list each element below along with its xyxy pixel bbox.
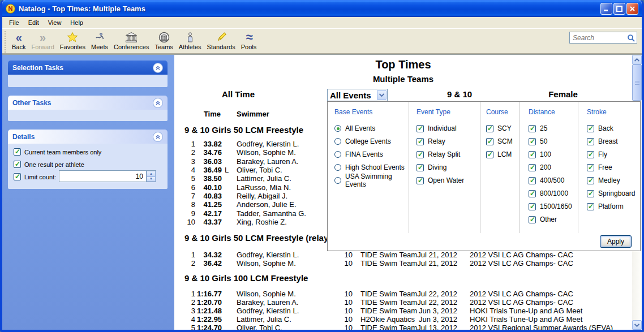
checkbox-100[interactable]: 100 — [529, 150, 578, 158]
checkbox-free[interactable]: Free — [587, 163, 640, 171]
checkbox-200[interactable]: 200 — [529, 163, 578, 171]
app-icon: N — [6, 4, 15, 14]
meets-button[interactable]: Meets — [88, 31, 111, 51]
checkbox-1500-1650[interactable]: 1500/1650 — [529, 202, 578, 210]
events-dropdown[interactable]: All Events — [327, 89, 388, 101]
collapse-button[interactable] — [153, 98, 163, 108]
minimize-button[interactable] — [600, 3, 612, 15]
menu-view[interactable]: View — [44, 18, 66, 27]
swimmer-cell: Godfrey, Kierstin L. — [237, 307, 299, 315]
current-members-checkbox[interactable]: Current team members only — [14, 148, 101, 156]
standards-button[interactable]: Standards — [204, 31, 238, 51]
meet-cell: 2012 VSI LC AG Champs- CAC — [470, 259, 573, 268]
checkbox-lcm[interactable]: LCM — [486, 150, 520, 158]
spin-down-icon[interactable]: ▼ — [147, 176, 156, 182]
conferences-button[interactable]: Conferences — [111, 31, 152, 51]
limit-count-checkbox[interactable]: Limit count: — [14, 173, 56, 180]
checkbox-relay[interactable]: Relay — [417, 137, 480, 145]
collapse-button[interactable] — [153, 132, 163, 142]
athletes-button[interactable]: Athletes — [176, 31, 204, 51]
checkbox-25[interactable]: 25 — [529, 124, 578, 132]
rank-cell: 6 — [176, 183, 195, 192]
toolbar-grip[interactable] — [5, 31, 7, 53]
checkbox-fly[interactable]: Fly — [587, 150, 640, 158]
selection-tasks-panel: Selection Tasks — [8, 61, 168, 87]
filter-time-scope: All Time — [203, 89, 274, 99]
distance-group: Distance 25 50 100 200 — [520, 102, 578, 233]
selection-tasks-header[interactable]: Selection Tasks — [8, 61, 168, 75]
pools-button[interactable]: ≈ Pools — [238, 31, 260, 51]
events-dropdown-value: All Events — [328, 90, 377, 100]
checkbox-springboard[interactable]: Springboard — [587, 189, 640, 197]
spin-up-icon[interactable]: ▲ — [147, 171, 156, 176]
checkbox-400-500[interactable]: 400/500 — [529, 176, 578, 184]
radio-high-school-events[interactable]: High School Events — [334, 163, 409, 171]
checkbox-800-1000[interactable]: 800/1000 — [529, 189, 578, 197]
age-cell: 10 — [339, 290, 353, 298]
other-tasks-header[interactable]: Other Tasks — [8, 96, 168, 110]
teams-button[interactable]: Teams — [152, 31, 175, 51]
swimmer-cell: Wilson, Sophie M. — [237, 290, 296, 298]
checkbox-breast[interactable]: Breast — [587, 137, 640, 145]
favorites-star-icon — [67, 32, 78, 43]
checkbox-icon — [587, 190, 594, 197]
checkbox-back[interactable]: Back — [587, 124, 640, 132]
scrollbar-up-button[interactable] — [632, 55, 642, 64]
date-cell: Jul 22, 2012 — [415, 298, 457, 307]
favorites-button[interactable]: Favorites — [57, 31, 88, 51]
checkbox-scy[interactable]: SCY — [486, 124, 520, 132]
time-cell: 36.03 — [197, 157, 222, 166]
time-cell: 34.76 — [197, 148, 222, 157]
checkbox-other-distance[interactable]: Other — [529, 215, 578, 223]
time-cell: 1:20.70 — [197, 298, 222, 307]
age-cell: 10 — [339, 315, 353, 324]
details-header[interactable]: Details — [8, 130, 168, 144]
radio-icon — [334, 125, 341, 132]
menu-help[interactable]: Help — [66, 18, 88, 27]
radio-fina-events[interactable]: FINA Events — [334, 150, 409, 158]
radio-usa-swimming-events[interactable]: USA Swimming Events — [334, 176, 409, 184]
scrollbar-down-button[interactable] — [632, 320, 642, 330]
menu-file[interactable]: File — [5, 18, 24, 27]
column-header-time: Time — [196, 110, 221, 118]
radio-college-events[interactable]: College Events — [334, 137, 409, 145]
one-result-checkbox[interactable]: One result per athlete — [14, 161, 84, 168]
standards-pencil-icon — [215, 32, 227, 43]
rank-cell: 1 — [176, 290, 195, 298]
time-suffix-cell: L — [225, 166, 229, 174]
checkbox-50[interactable]: 50 — [529, 137, 578, 145]
search-icon[interactable] — [627, 34, 635, 42]
checkbox-relay-split[interactable]: Relay Split — [417, 150, 480, 158]
menu-edit[interactable]: Edit — [24, 18, 44, 27]
time-cell: 36.42 — [197, 259, 222, 268]
collapse-button[interactable] — [153, 63, 163, 73]
radio-all-events[interactable]: All Events — [334, 124, 409, 132]
time-cell: 1:16.77 — [197, 290, 222, 298]
time-cell: 1:22.95 — [197, 315, 222, 324]
forward-button[interactable]: » Forward — [28, 31, 57, 51]
checkbox-scm[interactable]: SCM — [486, 137, 520, 145]
scrollbar-thumb[interactable] — [632, 64, 642, 101]
course-group: Course SCY SCM LCM — [480, 102, 520, 233]
team-cell: TIDE Swim Team — [360, 307, 417, 315]
checkbox-open-water[interactable]: Open Water — [417, 176, 480, 184]
checkbox-icon — [529, 125, 536, 132]
close-button[interactable] — [626, 3, 638, 15]
checkbox-individual[interactable]: Individual — [417, 124, 480, 132]
report-area: Top Times Multiple Teams All Time 9 & 10… — [174, 55, 642, 330]
checkbox-icon — [417, 177, 424, 184]
checkbox-medley[interactable]: Medley — [587, 176, 640, 184]
apply-button[interactable]: Apply — [600, 235, 632, 248]
time-cell: 42.17 — [197, 209, 222, 218]
checkbox-platform[interactable]: Platform — [587, 202, 640, 210]
checkbox-diving[interactable]: Diving — [417, 163, 480, 171]
search-input[interactable] — [573, 34, 627, 42]
maximize-button[interactable] — [613, 3, 625, 15]
swimmer-cell: Godfrey, Kierstin L. — [237, 251, 299, 259]
swimmer-cell: Oliver, Tobi C. — [237, 324, 282, 330]
meets-swimmer-icon — [94, 32, 105, 43]
chevron-down-icon[interactable] — [377, 90, 387, 100]
limit-count-value[interactable]: 10 — [59, 171, 146, 182]
back-button[interactable]: « Back — [9, 31, 28, 51]
limit-count-field[interactable]: 10 ▲ ▼ — [59, 170, 156, 182]
